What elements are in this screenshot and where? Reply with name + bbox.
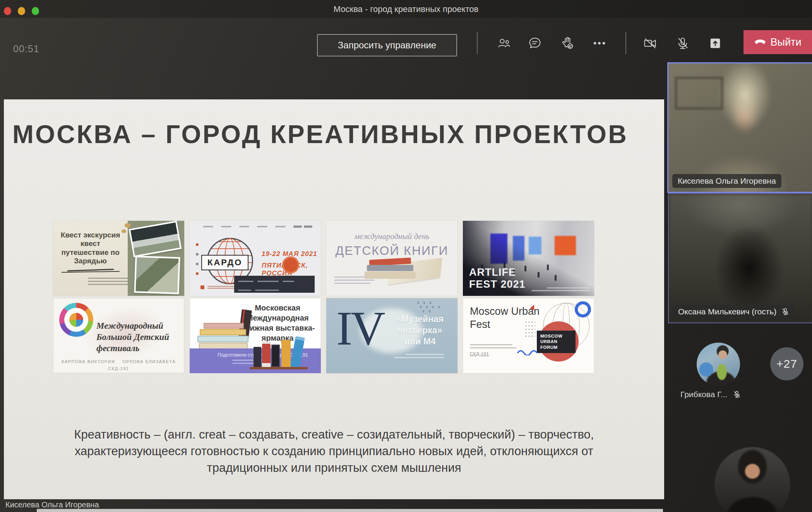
- participants-overflow-badge[interactable]: +27: [770, 347, 803, 381]
- festival-logo: [59, 303, 93, 337]
- meeting-window: Москва - город креативных проектов 00:51…: [0, 0, 812, 512]
- people-icon: [497, 36, 511, 51]
- slide-title: МОСКВА – ГОРОД КРЕАТИВНЫХ ПРОЕКТОВ: [12, 119, 663, 149]
- card-credits-placeholder: [334, 275, 377, 286]
- card-childrens-book-day: международный день ДЕТСКОЙ КНИГИ: [326, 221, 457, 296]
- chat-button[interactable]: [526, 35, 543, 52]
- camera-toggle-button[interactable]: [642, 35, 659, 52]
- kardo-brand: КАРДО: [201, 255, 248, 270]
- chat-icon: [528, 36, 542, 51]
- standing-books-illustration: [250, 336, 315, 369]
- leave-button-label: Выйти: [771, 36, 802, 48]
- share-screen-icon: [708, 36, 723, 51]
- toolbar-divider: [477, 32, 478, 54]
- participant-name-label: Оксана Милькевич (гость): [673, 305, 795, 319]
- request-control-button[interactable]: Запросить управление: [317, 34, 457, 56]
- kardo-seal-badge: [282, 256, 299, 273]
- participant-avatar-gribkova[interactable]: [697, 343, 740, 386]
- kardo-footer-bar: [234, 276, 315, 293]
- books-stack-illustration: [195, 312, 257, 351]
- card-big-childrens-festival: Международный Большой Детский фестиваль …: [53, 298, 184, 373]
- zaryadye-park-photo: [134, 256, 180, 294]
- card-kardo: КАРДО 19-22 МАЯ 2021 ПЯТИГОРСК, РОССИЯ: [190, 221, 321, 296]
- card-credits-placeholder: [394, 352, 444, 360]
- participant-tile-kiseleva[interactable]: Киселева Ольга Игоревна: [667, 62, 812, 193]
- project-cards-grid: Квест экскурсия квест путешествие по Зар…: [53, 221, 594, 373]
- roman-numeral: IV: [336, 301, 384, 356]
- dried-flower-decoration: [125, 223, 131, 228]
- window-title: Москва - город креативных проектов: [0, 4, 812, 14]
- book-day-subtitle: международный день: [326, 232, 457, 241]
- creativity-definition: Креативность – (англ. creat – создавать,…: [44, 427, 624, 476]
- kardo-site-nav-placeholder: [203, 225, 321, 228]
- participant-name-label: Грибкова Г...: [680, 390, 741, 399]
- titlebar: Москва - город креативных проектов: [0, 0, 812, 18]
- window-bottom-edge: [37, 509, 663, 512]
- card-book-fair: Московская Международная Книжная выставк…: [190, 298, 321, 373]
- museum-four-title: «Музейная четверка» или М4: [389, 314, 451, 347]
- birds-decoration: v v v v v v v v v: [417, 300, 448, 313]
- festival-group: СКД-191: [53, 366, 184, 371]
- mic-off-icon: [675, 36, 690, 51]
- participant-video: [669, 194, 812, 323]
- dot-grid-decoration: [524, 321, 535, 337]
- picture-frame-background: [675, 77, 723, 110]
- participants-button[interactable]: [495, 35, 512, 52]
- card-moscow-urban-fest: Moscow Urban Fest СКД-191 MOSCOW URBAN F…: [463, 298, 594, 373]
- card-credits-placeholder: [531, 286, 589, 293]
- festival-credit-left: КАРПОВА ВИКТОРИЯ: [62, 359, 115, 364]
- leave-meeting-button[interactable]: Выйти: [743, 30, 812, 54]
- mic-muted-icon: [733, 390, 741, 399]
- toolbar-divider: [625, 32, 626, 54]
- card-zaryadye-title: Квест экскурсия квест путешествие по Зар…: [53, 231, 128, 266]
- ellipsis-icon: •••: [593, 38, 606, 49]
- books-illustration: [367, 259, 433, 286]
- urban-fest-group: СКД-191: [470, 352, 520, 356]
- festival-title: Международный Большой Детский фестиваль: [96, 321, 178, 354]
- phone-hangup-icon: [754, 39, 766, 45]
- more-options-button[interactable]: •••: [591, 35, 608, 52]
- participant-name-label: Киселева Ольга Игоревна: [672, 174, 781, 188]
- blue-ring-decoration: [575, 301, 591, 317]
- card-artlife-fest: ARTLIFE FEST 2021: [463, 221, 594, 296]
- book-day-title: ДЕТСКОЙ КНИГИ: [326, 244, 457, 258]
- share-screen-button[interactable]: [707, 35, 724, 52]
- camera-off-icon: [643, 36, 658, 51]
- shared-presentation-slide: МОСКВА – ГОРОД КРЕАТИВНЫХ ПРОЕКТОВ Квест…: [4, 99, 664, 499]
- card-zaryadye-quest: Квест экскурсия квест путешествие по Зар…: [53, 221, 184, 296]
- kardo-side-dots: [196, 243, 199, 275]
- card-credits-placeholder: СКД-191: [470, 342, 520, 356]
- card-museum-four: IV v v v v v v v v v «Музейная четверка»…: [326, 298, 457, 373]
- urban-fest-title: Moscow Urban Fest: [470, 305, 547, 331]
- blue-squiggle-decoration: [517, 348, 544, 355]
- artlife-title: ARTLIFE FEST 2021: [469, 266, 526, 290]
- participant-tile-milkevich[interactable]: Оксана Милькевич (гость): [668, 193, 812, 323]
- meeting-timer: 00:51: [13, 43, 39, 55]
- presenter-name-label: Киселева Ольга Игоревна: [5, 500, 99, 509]
- reactions-button[interactable]: [559, 35, 576, 52]
- mic-toggle-button[interactable]: [674, 35, 691, 52]
- raised-hand-reaction-icon: [560, 36, 575, 51]
- zaryadye-photo: [129, 221, 182, 257]
- festival-credit-right: ОРЛОВА ЕЛИЗАВЕТА: [123, 359, 176, 364]
- participant-avatar-bottom[interactable]: [714, 447, 790, 512]
- mic-muted-icon: [781, 307, 790, 316]
